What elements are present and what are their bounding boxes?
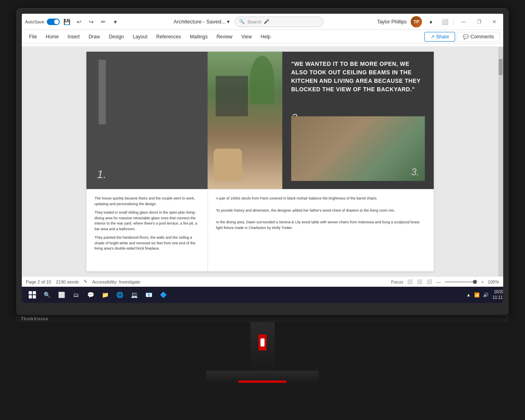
menu-insert[interactable]: Insert: [63, 32, 84, 41]
user-name: Taylor Phillips: [377, 19, 407, 25]
autosave-label: AutoSave: [25, 19, 44, 24]
close-button[interactable]: ✕: [489, 17, 500, 27]
windows-logo: [29, 291, 36, 298]
menu-draw[interactable]: Draw: [84, 32, 104, 41]
menu-home[interactable]: Home: [42, 32, 63, 41]
layout-icon-print[interactable]: ⬜: [407, 279, 413, 284]
mic-icon: 🎤: [264, 19, 269, 24]
zoom-slider[interactable]: [445, 281, 477, 283]
document-scroll-area[interactable]: 1. "WE WANTED IT TO BE MORE OPEN, WE ALS…: [22, 47, 498, 276]
menu-layout[interactable]: Layout: [129, 32, 151, 41]
taskbar-right: ▲ 📶 🔊 10/20/22 11:11 AM: [466, 289, 503, 300]
doc-right-bottom: 3.: [291, 116, 425, 181]
start-button[interactable]: [27, 289, 38, 300]
page-info: Page 2 of 10: [26, 279, 51, 284]
text-para-1: The house quickly became theirs and the …: [94, 196, 200, 207]
text-right-para-1: A pair of 1930s stools from Paris covere…: [216, 196, 426, 202]
title-bar-left: AutoSave 💾 ↩ ↪ ✏ ▾: [25, 17, 120, 27]
autosave-toggle[interactable]: [47, 19, 60, 25]
section-number-1: 1.: [97, 168, 106, 181]
doc-text-left: The house quickly became theirs and the …: [86, 189, 208, 271]
word-count: 2190 words: [56, 279, 79, 284]
dropdown-arrow[interactable]: ▾: [111, 17, 120, 27]
menu-mailings[interactable]: Mailings: [186, 32, 212, 41]
zoom-minus[interactable]: —: [436, 279, 441, 284]
layout-icon-read[interactable]: ⬜: [426, 279, 432, 284]
top-quote: "WE WANTED IT TO BE MORE OPEN, WE ALSO T…: [291, 60, 425, 116]
taskbar-search[interactable]: 🔍: [41, 289, 52, 300]
taskbar-teams[interactable]: 💬: [85, 289, 96, 300]
doc-left-col: 1.: [86, 52, 208, 189]
menu-view[interactable]: View: [237, 32, 256, 41]
menu-design[interactable]: Design: [105, 32, 128, 41]
system-tray: ▲ 📶 🔊: [466, 292, 489, 298]
zoom-plus[interactable]: +: [481, 279, 483, 284]
doc-top-section: 1. "WE WANTED IT TO BE MORE OPEN, WE ALS…: [86, 52, 434, 189]
taskbar: 🔍 ⬜ 🗂 💬 📁 🌐 💻 📧 🔷 ▲ 📶 🔊 10/20/22 11:11 A…: [22, 287, 503, 303]
doc-mid-section: The house quickly became theirs and the …: [86, 189, 434, 271]
undo-icon[interactable]: ↩: [74, 17, 84, 27]
menu-references[interactable]: References: [152, 32, 185, 41]
zoom-thumb: [473, 280, 477, 284]
monitor-stand-foot: [198, 383, 327, 388]
monitor-bottom-bar: ThinkVision: [16, 315, 509, 322]
datetime-display[interactable]: 10/20/22 11:11 AM: [493, 289, 503, 300]
ribbon-collapsed: [22, 44, 503, 47]
diamond-icon[interactable]: ♦: [426, 17, 436, 27]
search-box[interactable]: 🔍 Search 🎤: [235, 17, 323, 27]
user-avatar: TP: [411, 16, 422, 27]
doc-text-right: A pair of 1930s stools from Paris covere…: [208, 189, 434, 271]
stand-base-red-accent: [238, 380, 287, 383]
layout-icon-web[interactable]: ⬜: [417, 279, 422, 284]
monitor-screen: AutoSave 💾 ↩ ↪ ✏ ▾ Architecture - Saved.…: [22, 14, 503, 303]
text-right-para-3: In the dining area, Dawn surrounded a Se…: [216, 220, 426, 231]
vertical-scrollbar[interactable]: [498, 47, 503, 276]
share-button[interactable]: ↗ Share: [424, 32, 455, 42]
thinkvision-logo: ThinkVision: [21, 317, 48, 321]
title-bar: AutoSave 💾 ↩ ↪ ✏ ▾ Architecture - Saved.…: [22, 14, 503, 30]
document-title: Architecture - Saved... ▾: [174, 19, 230, 25]
monitor-stand-base: [206, 371, 319, 383]
restore-button[interactable]: ❐: [473, 17, 485, 27]
ribbon-collapse-icon[interactable]: ⬜: [440, 17, 449, 27]
menu-review[interactable]: Review: [212, 32, 236, 41]
taskbar-explorer[interactable]: 🗂: [70, 289, 82, 300]
taskbar-vscode[interactable]: 💻: [128, 289, 140, 300]
menu-file[interactable]: File: [25, 32, 41, 41]
menu-help[interactable]: Help: [256, 32, 275, 41]
wifi-icon: 📶: [474, 292, 480, 298]
document-area: 1. "WE WANTED IT TO BE MORE OPEN, WE ALS…: [22, 47, 503, 276]
taskbar-folder[interactable]: 📁: [99, 289, 111, 300]
status-right: Focus ⬜ ⬜ ⬜ — + 100%: [391, 279, 499, 284]
volume-icon[interactable]: 🔊: [483, 292, 489, 298]
tray-chevron[interactable]: ▲: [466, 292, 471, 297]
shelf-decoration: [216, 76, 248, 116]
title-right: Taylor Phillips TP ♦ ⬜ — ❐ ✕: [377, 16, 500, 27]
track-changes-icon: ✎: [84, 279, 87, 284]
focus-label[interactable]: Focus: [391, 279, 403, 284]
taskbar-outlook[interactable]: 📧: [143, 289, 154, 300]
stand-clip-white: [260, 338, 265, 346]
monitor-stand-neck: [250, 322, 275, 371]
draw-icon[interactable]: ✏: [99, 17, 108, 27]
title-separator: [454, 19, 454, 25]
doc-right-image: 3.: [291, 116, 425, 181]
monitor-bezel: AutoSave 💾 ↩ ↪ ✏ ▾ Architecture - Saved.…: [16, 8, 509, 315]
taskbar-teams2[interactable]: 🔷: [158, 289, 169, 300]
zoom-level[interactable]: 100%: [488, 279, 499, 284]
plant-decoration: [250, 56, 274, 104]
menu-bar: File Home Insert Draw Design Layout Refe…: [22, 30, 503, 44]
title-center: Architecture - Saved... ▾ 🔍 Search 🎤: [120, 17, 377, 27]
text-para-2: They traded in small sliding glass doors…: [94, 210, 200, 232]
minimize-button[interactable]: —: [458, 17, 469, 27]
scrollbar-thumb[interactable]: [499, 59, 503, 75]
doc-right-col: "WE WANTED IT TO BE MORE OPEN, WE ALSO T…: [282, 52, 434, 189]
chair-decoration: [214, 149, 242, 181]
save-icon[interactable]: 💾: [62, 17, 72, 27]
taskbar-taskview[interactable]: ⬜: [56, 289, 67, 300]
comments-button[interactable]: 💬 Comments: [457, 32, 500, 42]
taskbar-edge[interactable]: 🌐: [114, 289, 125, 300]
accessibility-info[interactable]: Accessibility: Investigate: [92, 279, 140, 284]
redo-icon[interactable]: ↪: [86, 17, 96, 27]
menu-right: ↗ Share 💬 Comments: [424, 32, 500, 42]
